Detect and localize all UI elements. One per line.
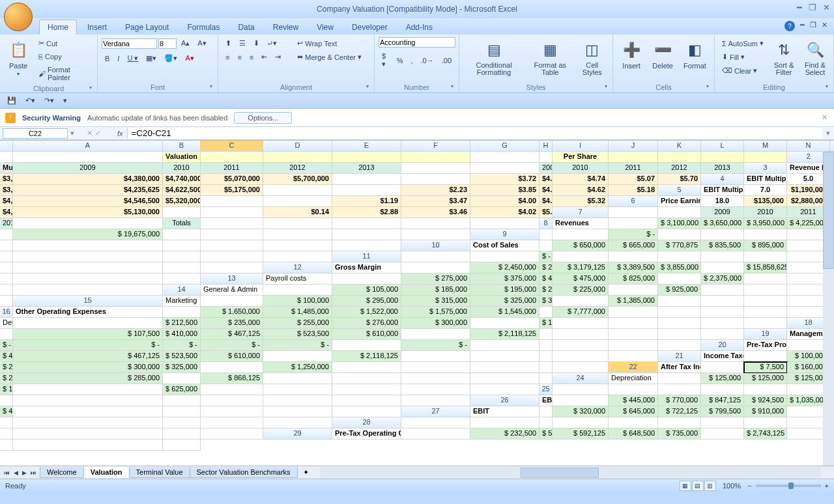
cell-total[interactable]: $ -	[401, 340, 470, 351]
cell[interactable]	[13, 218, 163, 229]
cell-year[interactable]: 2012	[263, 163, 332, 174]
align-left-button[interactable]: ≡	[222, 51, 233, 63]
page-break-view-button[interactable]: ▥	[704, 481, 716, 491]
column-header-B[interactable]: B	[163, 141, 201, 152]
undo-button[interactable]: ↶▾	[22, 94, 38, 107]
cell-dv[interactable]: $ 410,000	[163, 329, 201, 340]
cell[interactable]	[263, 229, 332, 240]
minimize-ribbon-icon[interactable]: ━	[800, 21, 805, 31]
cell[interactable]	[470, 373, 539, 384]
cell[interactable]	[401, 395, 470, 406]
cell[interactable]	[539, 307, 553, 318]
cell-ps[interactable]: $2.88	[332, 207, 401, 218]
column-header-D[interactable]: D	[263, 141, 332, 152]
cell-ps[interactable]: $4.74	[553, 174, 609, 185]
cell[interactable]	[401, 351, 470, 362]
align-top-button[interactable]: ⬆	[222, 37, 235, 49]
cell[interactable]	[13, 417, 163, 428]
cell[interactable]	[701, 307, 744, 318]
italic-button[interactable]: I	[114, 53, 122, 64]
first-sheet-button[interactable]: ⏮	[3, 469, 11, 476]
cell[interactable]	[609, 340, 658, 351]
cell-val[interactable]: $4,622,500	[163, 185, 201, 196]
cell[interactable]	[13, 273, 163, 285]
cell-total[interactable]	[0, 240, 13, 251]
cell-year[interactable]: 2013	[332, 163, 401, 174]
cell[interactable]	[470, 163, 539, 174]
column-header-K[interactable]: K	[658, 141, 701, 152]
cell-dv[interactable]: $ 735,000	[658, 428, 701, 440]
cell[interactable]	[401, 362, 470, 373]
cell-year[interactable]: 2009	[539, 163, 553, 174]
cell[interactable]	[332, 273, 401, 285]
cell-dv[interactable]: $ 325,000	[470, 296, 539, 307]
cell-dv[interactable]: $ 255,000	[263, 318, 332, 329]
row-header-26[interactable]: 26	[470, 395, 539, 406]
fx-icon[interactable]: fx	[113, 130, 127, 137]
expand-formula-bar-icon[interactable]: ▾	[822, 129, 834, 137]
cell-dv[interactable]: $ 223,500	[0, 373, 13, 384]
cell[interactable]	[13, 440, 163, 451]
save-button[interactable]: 💾	[4, 94, 20, 107]
cell[interactable]	[201, 152, 263, 163]
sheet-tab-valuation[interactable]: Valuation	[83, 467, 130, 478]
zoom-slider[interactable]	[756, 484, 821, 487]
cell-ps[interactable]: $4.00	[470, 196, 539, 207]
cell[interactable]	[701, 329, 744, 340]
cell-dv[interactable]: $ 523,500	[163, 351, 201, 362]
cell[interactable]	[401, 218, 470, 229]
tab-formulas[interactable]: Formulas	[179, 20, 227, 35]
cancel-formula-icon[interactable]: ✕	[87, 129, 93, 137]
row-header-29[interactable]: 29	[263, 428, 332, 440]
cell-year[interactable]: 2010	[553, 163, 609, 174]
cell[interactable]	[609, 207, 658, 218]
office-button[interactable]	[4, 3, 33, 31]
cell[interactable]	[539, 406, 553, 417]
column-header-M[interactable]: M	[744, 141, 787, 152]
cell-dv[interactable]	[701, 251, 744, 262]
cell[interactable]	[744, 273, 787, 285]
cell-year2[interactable]: 2013	[0, 218, 13, 229]
cell[interactable]	[201, 218, 263, 229]
cell-dv[interactable]: $ 645,000	[609, 406, 658, 417]
cell-label[interactable]	[553, 384, 609, 395]
cell-dv[interactable]: $ 523,500	[263, 329, 332, 340]
zoom-level[interactable]: 100%	[723, 482, 741, 490]
cell[interactable]	[332, 340, 401, 351]
row-header-16[interactable]: 16	[0, 307, 13, 318]
new-sheet-button[interactable]: ✦	[298, 468, 314, 477]
column-header-I[interactable]: I	[553, 141, 609, 152]
cell-label[interactable]: Gross Margin	[332, 262, 401, 273]
cell[interactable]	[0, 229, 13, 240]
border-button[interactable]: ▦▾	[143, 52, 160, 64]
cell-ps[interactable]: $4.24	[539, 185, 553, 196]
cell-dv[interactable]: $ -	[0, 340, 13, 351]
cell[interactable]	[13, 251, 163, 262]
cell[interactable]	[201, 296, 263, 307]
cell-val[interactable]: $5,700,000	[263, 174, 332, 185]
column-header-J[interactable]: J	[609, 141, 658, 152]
cell[interactable]	[609, 218, 658, 229]
row-header-4[interactable]: 4	[701, 174, 744, 185]
clear-button[interactable]: ⌫ Clear ▾	[719, 64, 767, 77]
cell-dv[interactable]: $ 650,000	[553, 240, 609, 251]
cell-dv[interactable]: $ 3,100,000	[658, 218, 701, 229]
cell[interactable]	[201, 395, 263, 406]
cell[interactable]	[263, 152, 332, 163]
cell-label[interactable]: General & Admin	[201, 285, 263, 296]
cell-label[interactable]	[401, 417, 470, 428]
cell[interactable]	[163, 251, 201, 262]
row-header-24[interactable]: 24	[553, 373, 609, 384]
cell-label[interactable]: Other Operating Expenses	[13, 307, 163, 318]
cell[interactable]	[201, 229, 263, 240]
cell[interactable]	[470, 218, 539, 229]
cell-dv[interactable]	[553, 251, 609, 262]
cell-dv[interactable]: $ 276,000	[332, 318, 401, 329]
cell[interactable]	[658, 373, 701, 384]
cell[interactable]	[201, 428, 263, 440]
cell[interactable]	[13, 262, 163, 273]
cell[interactable]	[201, 240, 263, 251]
cell[interactable]	[609, 351, 658, 362]
cell[interactable]	[13, 384, 163, 395]
cell[interactable]	[163, 307, 201, 318]
